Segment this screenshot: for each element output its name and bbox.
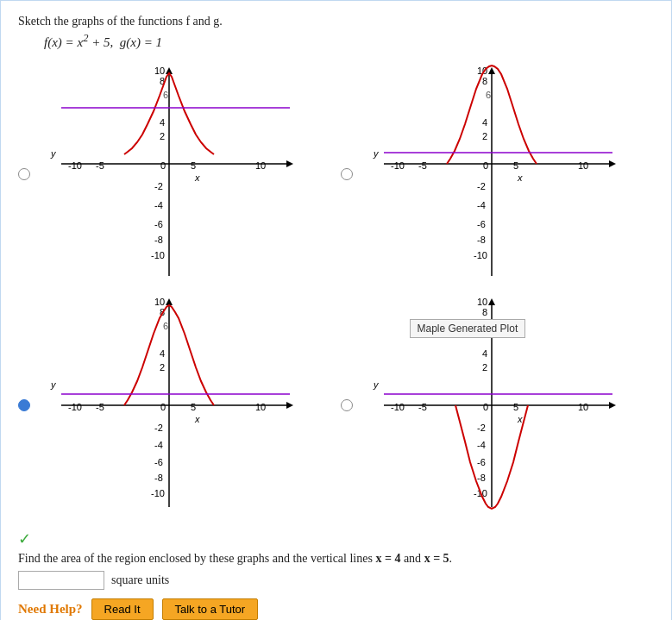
instruction-text: Sketch the graphs of the functions f and… [18, 15, 654, 28]
svg-text:4: 4 [482, 348, 487, 359]
svg-text:x: x [517, 414, 523, 424]
svg-text:0: 0 [160, 160, 166, 171]
answer-area: ✓ Find the area of the region enclosed b… [18, 529, 654, 590]
help-row: Need Help? Read It Talk to a Tutor [18, 598, 654, 620]
svg-text:10: 10 [578, 402, 588, 412]
svg-text:4: 4 [482, 117, 487, 128]
graph-cell-0: 10 8 6 y 4 2 -10 -5 0 5 10 x -2 -4 -6 [18, 59, 332, 290]
svg-text:-4: -4 [477, 200, 486, 210]
svg-text:-6: -6 [477, 457, 486, 467]
svg-text:-10: -10 [391, 160, 405, 171]
svg-text:-10: -10 [68, 160, 82, 171]
svg-text:-8: -8 [154, 473, 163, 483]
svg-marker-20 [286, 160, 293, 167]
svg-text:5: 5 [191, 402, 196, 412]
svg-marker-64 [286, 402, 293, 409]
svg-text:x: x [517, 172, 523, 183]
svg-text:y: y [373, 148, 380, 159]
svg-text:-10: -10 [151, 488, 165, 498]
svg-text:-4: -4 [477, 440, 486, 450]
graph-cell-1: 10 8 6 y 4 2 -10 -5 0 5 10 x -2 -4 -6 -8 [341, 59, 655, 290]
svg-text:-2: -2 [477, 423, 486, 433]
svg-text:-2: -2 [477, 181, 486, 191]
svg-text:-8: -8 [154, 235, 163, 245]
graph-svg-0: 10 8 6 y 4 2 -10 -5 0 5 10 x -2 -4 -6 [35, 62, 303, 286]
svg-text:y: y [373, 379, 380, 390]
svg-text:-8: -8 [477, 473, 486, 483]
svg-marker-41 [488, 67, 495, 74]
svg-text:-5: -5 [418, 402, 427, 412]
svg-text:-2: -2 [154, 423, 163, 433]
svg-text:-10: -10 [391, 402, 405, 412]
svg-marker-42 [609, 160, 616, 167]
graph-svg-3: 10 8 y 4 2 -10 -5 0 5 10 x -2 -4 -6 -8 -… [358, 293, 625, 517]
units-label: square units [111, 573, 169, 587]
svg-text:0: 0 [483, 402, 488, 412]
svg-text:-8: -8 [477, 235, 486, 245]
svg-text:10: 10 [154, 66, 165, 76]
svg-text:0: 0 [160, 402, 166, 412]
svg-text:-6: -6 [154, 219, 163, 229]
svg-text:5: 5 [513, 402, 518, 412]
answer-row: square units [18, 571, 654, 590]
svg-text:-5: -5 [96, 402, 104, 412]
svg-text:10: 10 [154, 297, 165, 307]
svg-text:y: y [50, 379, 57, 390]
svg-text:10: 10 [255, 402, 266, 412]
checkmark: ✓ [18, 529, 31, 548]
svg-text:x: x [194, 414, 200, 424]
svg-marker-84 [488, 298, 495, 305]
formula-text: f(x) = x2 + 5, g(x) = 1 [44, 32, 654, 50]
svg-text:-4: -4 [154, 200, 163, 210]
graph-wrap-1: 10 8 6 y 4 2 -10 -5 0 5 10 x -2 -4 -6 -8 [358, 62, 625, 286]
svg-text:8: 8 [482, 307, 487, 317]
graph-wrap-0: 10 8 6 y 4 2 -10 -5 0 5 10 x -2 -4 -6 [35, 62, 303, 286]
svg-text:4: 4 [160, 348, 165, 359]
graph-svg-1: 10 8 6 y 4 2 -10 -5 0 5 10 x -2 -4 -6 -8 [358, 62, 625, 286]
svg-text:-10: -10 [68, 402, 82, 412]
svg-marker-85 [609, 402, 616, 409]
radio-3[interactable] [341, 399, 353, 411]
svg-text:10: 10 [477, 297, 487, 307]
graph-cell-3: 10 8 y 4 2 -10 -5 0 5 10 x -2 -4 -6 -8 -… [341, 290, 655, 521]
svg-text:4: 4 [160, 117, 165, 128]
graph-svg-2: 10 8 6 y 4 2 -10 -5 0 5 10 x -2 -4 -6 -8 [35, 293, 303, 517]
graph-cell-2: 10 8 6 y 4 2 -10 -5 0 5 10 x -2 -4 -6 -8 [18, 290, 332, 521]
radio-0[interactable] [18, 168, 30, 180]
svg-text:0: 0 [483, 160, 488, 171]
svg-text:10: 10 [578, 160, 588, 171]
svg-text:-10: -10 [474, 250, 487, 260]
svg-text:8: 8 [482, 76, 487, 86]
svg-text:2: 2 [160, 131, 165, 141]
svg-text:6: 6 [486, 90, 491, 100]
svg-text:x: x [194, 172, 200, 183]
area-question: Find the area of the region enclosed by … [18, 552, 654, 566]
svg-text:-4: -4 [154, 440, 163, 450]
svg-text:-10: -10 [151, 250, 165, 260]
graphs-grid: 10 8 6 y 4 2 -10 -5 0 5 10 x -2 -4 -6 [18, 59, 654, 521]
svg-text:-6: -6 [477, 219, 486, 229]
read-it-button[interactable]: Read It [91, 598, 154, 620]
svg-text:2: 2 [482, 362, 487, 373]
need-help-label: Need Help? [18, 602, 83, 617]
svg-text:-2: -2 [154, 181, 163, 191]
svg-text:-5: -5 [418, 160, 427, 171]
svg-text:-6: -6 [154, 457, 163, 467]
radio-2[interactable] [18, 399, 30, 411]
svg-text:5: 5 [191, 160, 196, 171]
svg-text:6: 6 [163, 321, 168, 331]
graph-wrap-2: 10 8 6 y 4 2 -10 -5 0 5 10 x -2 -4 -6 -8 [35, 293, 303, 517]
graph-wrap-3: 10 8 y 4 2 -10 -5 0 5 10 x -2 -4 -6 -8 -… [358, 293, 625, 517]
svg-text:10: 10 [255, 160, 266, 171]
radio-1[interactable] [341, 168, 353, 180]
svg-text:2: 2 [482, 131, 487, 141]
svg-text:2: 2 [160, 362, 165, 373]
svg-text:y: y [50, 148, 57, 159]
svg-text:6: 6 [163, 90, 168, 100]
svg-text:5: 5 [513, 160, 518, 171]
talk-to-tutor-button[interactable]: Talk to a Tutor [162, 598, 259, 620]
area-input[interactable] [18, 571, 104, 590]
svg-text:-5: -5 [96, 160, 104, 171]
